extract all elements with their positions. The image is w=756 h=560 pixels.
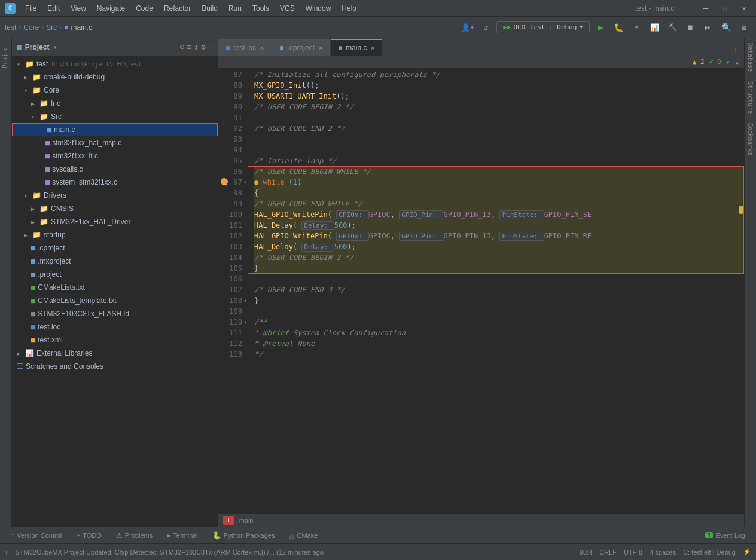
tree-item-core[interactable]: ▾ 📁 Core	[12, 84, 218, 97]
tab-event-log[interactable]: 1 Event Log	[699, 531, 751, 540]
tree-item-inc[interactable]: ▶ 📁 Inc	[12, 97, 218, 110]
run-button[interactable]: ▶	[593, 20, 608, 35]
tab-ioc-close[interactable]: ✕	[260, 45, 264, 51]
minimize-button[interactable]: ─	[699, 1, 713, 16]
breadcrumb-test[interactable]: test	[5, 23, 16, 32]
tab-terminal[interactable]: ▸ Terminal	[161, 530, 204, 541]
collapse-warnings[interactable]: ▴	[735, 58, 739, 66]
menu-build[interactable]: Build	[197, 3, 222, 14]
tab-test-ioc[interactable]: ■ test.ioc ✕	[218, 39, 272, 56]
menu-code[interactable]: Code	[131, 3, 158, 14]
ok-count[interactable]: ✔ 9	[709, 58, 721, 66]
warning-count[interactable]: ▲ 2	[693, 58, 705, 66]
maximize-button[interactable]: □	[718, 1, 732, 16]
breadcrumb-core[interactable]: Core	[23, 23, 39, 32]
step-over-button[interactable]: ⏭	[701, 20, 715, 35]
collapse-icon[interactable]: ≡	[187, 42, 192, 51]
menu-help[interactable]: Help	[337, 3, 361, 14]
menu-edit[interactable]: Edit	[42, 3, 65, 14]
tree-item-cproject[interactable]: ■ .cproject	[12, 241, 218, 255]
tree-item-hal-msp[interactable]: ■ stm32f1xx_hal_msp.c	[12, 136, 218, 149]
gutter-line-91: 91	[218, 112, 248, 123]
sidebar-label-bookmarks[interactable]: Bookmarks	[745, 118, 755, 160]
tab-main-close[interactable]: ✕	[370, 45, 375, 51]
tree-item-cmsis[interactable]: ▶ 📁 CMSIS	[12, 202, 218, 215]
tree-label-inc: Inc	[51, 99, 60, 108]
code-editor-body[interactable]: /* Initialize all configured peripherals…	[248, 68, 744, 513]
debug-button[interactable]: 🐛	[611, 20, 626, 35]
menu-file[interactable]: File	[20, 3, 41, 14]
tree-item-test-root[interactable]: ▾ 📁 test D:\CLion\Project\LED\test	[12, 57, 218, 71]
vcs-icon[interactable]: 👤▾	[461, 20, 475, 35]
cursor-position[interactable]: 98:4	[580, 549, 592, 556]
menu-refactor[interactable]: Refactor	[159, 3, 196, 14]
tab-cproject-close[interactable]: ✕	[318, 45, 323, 51]
settings-icon[interactable]: ⚙	[737, 20, 751, 35]
tab-version-control[interactable]: ↑ Version Control	[5, 530, 68, 541]
build-button[interactable]: 🔨	[665, 20, 679, 35]
tree-item-hal-driver[interactable]: ▶ 📁 STM32F1xx_HAL_Driver	[12, 215, 218, 228]
tab-problems[interactable]: ⚠ Problems	[110, 530, 158, 541]
tree-item-cmake-build[interactable]: ▶ 📁 cmake-build-debug	[12, 71, 218, 84]
tree-item-ext-libs[interactable]: ▶ 📊 External Libraries	[12, 347, 218, 360]
tree-item-flash-ld[interactable]: ■ STM32F103C8Tx_FLASH.ld	[12, 307, 218, 320]
menu-tools[interactable]: Tools	[248, 3, 274, 14]
tree-item-scratches[interactable]: ☰ Scratches and Consoles	[12, 360, 218, 373]
menu-vcs[interactable]: VCS	[275, 3, 300, 14]
expand-warnings[interactable]: ▾	[726, 58, 730, 66]
tab-python[interactable]: 🐍 Python Packages	[206, 530, 281, 541]
breadcrumb-file[interactable]: ■ main.c	[64, 23, 92, 32]
tree-item-main-c[interactable]: ■ main.c	[12, 123, 218, 136]
tab-cproject[interactable]: ■ .cproject ✕	[272, 39, 330, 56]
coverage-button[interactable]: ☂	[629, 20, 644, 35]
run-config-selector[interactable]: ▶▶ OCD test | Debug ▾	[496, 21, 590, 33]
tree-item-system[interactable]: ■ system_stm32f1xx.c	[12, 176, 218, 189]
close-button[interactable]: ✕	[737, 1, 751, 16]
tab-todo[interactable]: ≡ TODO	[70, 530, 108, 541]
sort-icon[interactable]: ↕	[194, 42, 199, 51]
tabs-overflow[interactable]: ⋮	[727, 42, 744, 56]
code-line-99: /* USER CODE END WHILE */	[254, 198, 744, 209]
breadcrumb-src[interactable]: Src	[46, 23, 57, 32]
tree-item-syscalls[interactable]: ■ syscalls.c	[12, 163, 218, 176]
tree-item-test-ioc[interactable]: ■ test.ioc	[12, 320, 218, 333]
fold-marker-108[interactable]: ▾	[244, 295, 247, 306]
menu-run[interactable]: Run	[224, 3, 246, 14]
menu-navigate[interactable]: Navigate	[92, 3, 130, 14]
panel-minimize-icon[interactable]: ─	[208, 42, 213, 51]
tree-item-cmakelists-tmpl[interactable]: ■ CMakeLists_template.txt	[12, 294, 218, 307]
sidebar-label-structure[interactable]: Structure	[745, 76, 755, 118]
tree-item-drivers[interactable]: ▾ 📁 Drivers	[12, 189, 218, 202]
tree-item-hal-it[interactable]: ■ stm32f1xx_it.c	[12, 149, 218, 163]
tab-main-c[interactable]: ■ main.c ✕	[331, 39, 383, 56]
menu-view[interactable]: View	[66, 3, 91, 14]
gutter-line-105: 105	[218, 263, 248, 274]
panel-dropdown-arrow[interactable]: ▾	[53, 43, 57, 51]
breakpoint-dot-97[interactable]	[221, 178, 228, 185]
gutter-line-98: 98	[218, 188, 248, 198]
context-label[interactable]: C: test.elf | Debug	[683, 549, 736, 556]
encoding[interactable]: UTF-8	[624, 549, 642, 556]
indent-label[interactable]: 4 spaces	[650, 549, 676, 556]
tree-item-startup[interactable]: ▶ 📁 startup	[12, 228, 218, 241]
panel-settings-icon[interactable]: ⚙	[201, 42, 206, 51]
search-icon[interactable]: 🔍	[719, 20, 733, 35]
sidebar-label-database[interactable]: Database	[745, 38, 755, 76]
fold-marker-97[interactable]: ▾	[244, 177, 247, 188]
tab-cmake[interactable]: △ CMake	[283, 530, 324, 541]
sync-icon[interactable]: ⊕	[180, 42, 185, 51]
tree-item-cmakelists[interactable]: ■ CMakeLists.txt	[12, 281, 218, 294]
back-icon[interactable]: ↺	[478, 20, 493, 35]
sidebar-label-project[interactable]: Project	[0, 38, 11, 73]
tree-item-test-xml[interactable]: ■ test.xml	[12, 333, 218, 347]
line-ending[interactable]: CRLF	[599, 549, 617, 556]
todo-icon: ≡	[76, 531, 80, 540]
stop-button[interactable]: ⏹	[683, 20, 697, 35]
menu-window[interactable]: Window	[301, 3, 336, 14]
fold-marker-110[interactable]: ▾	[244, 317, 247, 328]
tree-item-src[interactable]: ▾ 📁 Src	[12, 110, 218, 123]
file-icon-syscalls: ■	[45, 165, 50, 173]
tree-item-mxproject[interactable]: ■ .mxproject	[12, 255, 218, 268]
profile-button[interactable]: 📊	[647, 20, 662, 35]
tree-item-dotproject[interactable]: ■ .project	[12, 268, 218, 281]
